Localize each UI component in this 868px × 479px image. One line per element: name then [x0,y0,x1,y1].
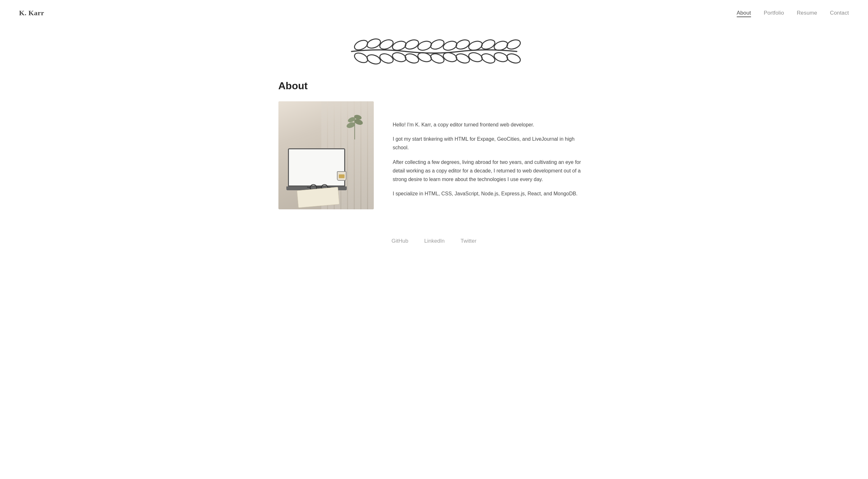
footer-links: GitHub LinkedIn Twitter [0,222,868,257]
nav-item-contact[interactable]: Contact [830,10,849,16]
cup-liquid [339,174,344,178]
nav-item-about[interactable]: About [737,10,751,16]
about-title: About [278,80,590,92]
notebook-decoration [297,187,339,208]
svg-point-22 [468,51,484,63]
nav-link-resume[interactable]: Resume [797,10,817,16]
about-paragraph-3: After collecting a few degrees, living a… [393,158,590,184]
svg-point-1 [366,37,381,50]
nav-link-contact[interactable]: Contact [830,10,849,16]
nav-item-resume[interactable]: Resume [797,10,817,16]
about-paragraph-2: I got my start tinkering with HTML for E… [393,135,590,152]
nav-link-about[interactable]: About [737,10,751,17]
about-paragraph-1: Hello! I'm K. Karr, a copy editor turned… [393,120,590,129]
about-text: Hello! I'm K. Karr, a copy editor turned… [393,101,590,203]
navbar: K. Karr About Portfolio Resume Contact [0,0,868,26]
footer-link-github[interactable]: GitHub [392,238,408,244]
coffee-cup-decoration [337,171,348,184]
about-image-inner [278,101,374,209]
laptop-screen-inner [289,149,344,186]
svg-point-5 [417,40,433,52]
hero-decoration [0,26,868,80]
footer-link-linkedin[interactable]: LinkedIn [424,238,445,244]
svg-point-14 [366,53,381,65]
svg-line-34 [307,187,310,188]
about-paragraph-4: I specialize in HTML, CSS, JavaScript, N… [393,189,590,198]
nav-link-portfolio[interactable]: Portfolio [764,10,784,16]
leaf-vine-icon [342,32,526,70]
nav-item-portfolio[interactable]: Portfolio [764,10,784,16]
site-logo[interactable]: K. Karr [19,9,44,17]
footer-link-twitter[interactable]: Twitter [461,238,476,244]
laptop-screen [288,148,345,187]
main-content: About [259,80,609,209]
cup-body [337,171,346,181]
svg-point-15 [378,52,395,65]
about-image [278,101,374,209]
plant-icon [345,108,364,139]
svg-point-2 [378,38,395,51]
about-section: Hello! I'm K. Karr, a copy editor turned… [278,101,590,209]
nav-links: About Portfolio Resume Contact [737,10,849,16]
